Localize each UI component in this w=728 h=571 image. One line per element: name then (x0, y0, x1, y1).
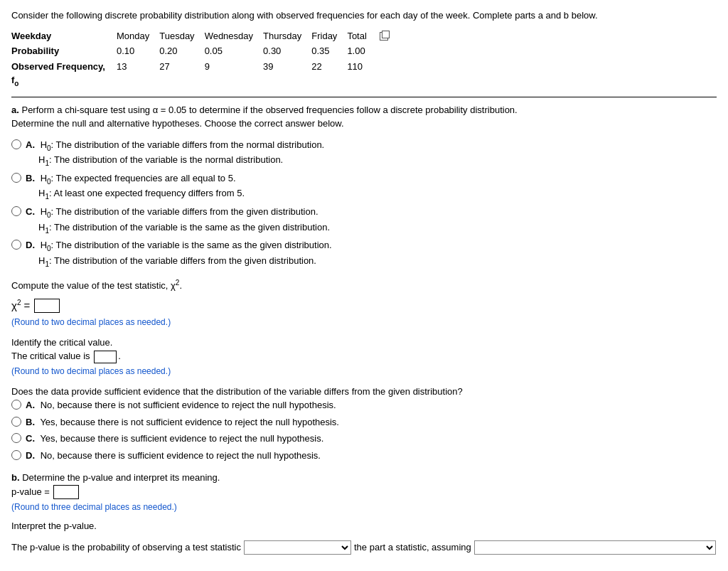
chi-formula: χ2 = (11, 297, 717, 314)
weekday-total: Total (347, 28, 376, 44)
obs-wednesday: 9 (205, 59, 263, 90)
pvalue-label: p-value = (11, 486, 50, 497)
evidence-option-b-text: Yes, because there is not sufficient evi… (40, 417, 339, 427)
interpret-assume-dropdown[interactable]: the null hypothesis is true the null hyp… (474, 540, 716, 555)
interpret-line: The p-value is the probability of observ… (11, 540, 717, 555)
hypotheses-options: A. H0: The distribution of the variable … (11, 138, 717, 270)
identify-section: Identify the critical value. The critica… (11, 336, 717, 378)
option-d-h0: H0: The distribution of the variable is … (41, 240, 332, 250)
chi-round-note: (Round to two decimal places as needed.) (11, 316, 717, 329)
evidence-options: A. No, because there is not sufficient e… (11, 398, 717, 462)
part-b-label: b. (11, 472, 20, 483)
obs-thursday: 39 (263, 59, 311, 90)
chi-symbol: χ2 = (11, 297, 30, 314)
option-a-h0: H0: The distribution of the variable dif… (41, 139, 325, 150)
copy-icon[interactable] (380, 32, 388, 41)
evidence-option-a-text: No, because there is not sufficient evid… (41, 400, 336, 410)
weekday-monday: Monday (117, 28, 159, 44)
compute-section: Compute the value of the test statistic,… (11, 277, 717, 328)
evidence-option-a-radio[interactable] (11, 400, 21, 410)
evidence-option-b-radio[interactable] (11, 417, 21, 427)
evidence-section: Does the data provide sufficient evidenc… (11, 385, 717, 463)
evidence-option-d-radio[interactable] (11, 450, 21, 460)
evidence-option-b-content: B. Yes, because there is not sufficient … (26, 415, 717, 429)
evidence-option-c-content: C. Yes, because there is sufficient evid… (26, 432, 717, 446)
intro-text: Consider the following discrete probabil… (11, 9, 717, 23)
interpret-prefix: The p-value is the probability of observ… (11, 540, 241, 555)
prob-monday: 0.10 (117, 43, 159, 59)
evidence-option-b-row: B. Yes, because there is not sufficient … (11, 415, 717, 429)
option-b-h0: H0: The expected frequencies are all equ… (41, 173, 236, 183)
critical-value-line: The critical value is . (11, 349, 717, 363)
obs-total: 110 (347, 59, 376, 90)
part-a-description: a. Perform a chi-square test using α = 0… (11, 103, 717, 117)
prob-total: 1.00 (347, 43, 376, 59)
evidence-option-d-row: D. No, because there is sufficient evide… (11, 449, 717, 463)
weekday-wednesday: Wednesday (205, 28, 263, 44)
prob-wednesday: 0.05 (205, 43, 263, 59)
obs-monday: 13 (117, 59, 159, 90)
option-b-content: B. H0: The expected frequencies are all … (26, 171, 717, 202)
option-a-row: A. H0: The distribution of the variable … (11, 138, 717, 169)
divider (11, 97, 717, 97)
interpret-middle: the part a statistic, assuming (354, 540, 471, 555)
weekday-friday: Friday (311, 28, 347, 44)
data-table: Weekday Monday Tuesday Wednesday Thursda… (11, 28, 398, 90)
table-row-probability: Probability 0.10 0.20 0.05 0.30 0.35 1.0… (11, 43, 398, 59)
evidence-option-c-radio[interactable] (11, 433, 21, 443)
critical-round-note: (Round to two decimal places as needed.) (11, 365, 717, 378)
table-row-weekday: Weekday Monday Tuesday Wednesday Thursda… (11, 28, 398, 44)
critical-value-label: The critical value is (11, 351, 90, 361)
option-b-h1: H1: At least one expected frequency diff… (38, 186, 717, 202)
evidence-option-a-row: A. No, because there is not sufficient e… (11, 398, 717, 412)
option-c-content: C. H0: The distribution of the variable … (26, 205, 717, 235)
option-a-content: A. H0: The distribution of the variable … (26, 138, 717, 169)
evidence-option-d-text: No, because there is sufficient evidence… (41, 450, 321, 461)
hypotheses-prompt: Determine the null and alternative hypot… (11, 117, 717, 131)
weekday-tuesday: Tuesday (159, 28, 204, 44)
option-d-h1: H1: The distribution of the variable dif… (38, 254, 717, 270)
compute-text: Compute the value of the test statistic,… (11, 277, 717, 293)
evidence-option-c-text: Yes, because there is sufficient evidenc… (40, 433, 323, 444)
option-b-radio[interactable] (11, 173, 21, 183)
pvalue-round-note: (Round to three decimal places as needed… (11, 501, 717, 513)
pvalue-line: p-value = (11, 485, 717, 500)
identify-prompt: Identify the critical value. (11, 336, 717, 350)
obs-tuesday: 27 (159, 59, 204, 90)
option-d-row: D. H0: The distribution of the variable … (11, 238, 717, 269)
option-c-radio[interactable] (11, 206, 21, 216)
interpret-section: The p-value is the probability of observ… (11, 540, 717, 555)
part-b-description: b. Determine the p-value and interpret i… (11, 471, 717, 485)
prob-tuesday: 0.20 (159, 43, 204, 59)
critical-value-input[interactable] (94, 351, 117, 363)
evidence-option-a-content: A. No, because there is not sufficient e… (26, 398, 717, 412)
weekday-thursday: Thursday (263, 28, 311, 44)
copy-icon-cell[interactable] (377, 28, 398, 44)
observed-label: Observed Frequency,fo (11, 59, 117, 90)
part-b: b. Determine the p-value and interpret i… (11, 471, 717, 555)
obs-friday: 22 (311, 59, 347, 90)
part-a: a. Perform a chi-square test using α = 0… (11, 103, 717, 463)
table-row-observed: Observed Frequency,fo 13 27 9 39 22 110 (11, 59, 398, 90)
prob-friday: 0.35 (311, 43, 347, 59)
part-a-label: a. (11, 105, 19, 115)
evidence-option-d-content: D. No, because there is sufficient evide… (26, 449, 717, 463)
probability-label: Probability (11, 43, 117, 59)
option-c-row: C. H0: The distribution of the variable … (11, 205, 717, 235)
option-d-content: D. H0: The distribution of the variable … (26, 238, 717, 269)
option-c-h1: H1: The distribution of the variable is … (38, 220, 717, 236)
interpret-compare-dropdown[interactable]: less than or equal to greater than or eq… (244, 540, 351, 555)
option-b-row: B. H0: The expected frequencies are all … (11, 171, 717, 202)
chi-square-input[interactable] (34, 299, 60, 313)
evidence-option-c-row: C. Yes, because there is sufficient evid… (11, 432, 717, 446)
option-d-radio[interactable] (11, 240, 21, 250)
option-a-h1: H1: The distribution of the variable is … (38, 153, 717, 169)
prob-thursday: 0.30 (263, 43, 311, 59)
option-c-h0: H0: The distribution of the variable dif… (41, 206, 318, 217)
pvalue-input[interactable] (53, 485, 79, 499)
option-a-radio[interactable] (11, 139, 21, 149)
weekday-label: Weekday (11, 28, 117, 44)
interpret-label: Interpret the p-value. (11, 519, 717, 533)
evidence-prompt: Does the data provide sufficient evidenc… (11, 385, 717, 399)
